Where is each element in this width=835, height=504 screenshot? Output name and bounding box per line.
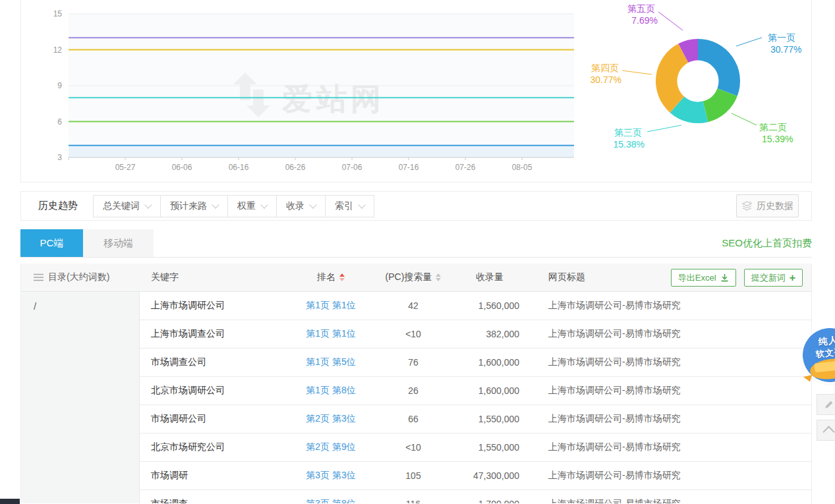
- search-volume-cell: 42: [367, 300, 459, 311]
- rank-link[interactable]: 第3页 第8位: [306, 498, 355, 503]
- svg-text:第四页: 第四页: [591, 63, 619, 73]
- svg-text:15.38%: 15.38%: [614, 139, 645, 150]
- table-row: 上海市场调研公司第1页 第1位421,560,000上海市场调研公司-易博市场研…: [140, 292, 811, 320]
- tab-mobile[interactable]: 移动端: [83, 229, 154, 257]
- svg-text:9: 9: [57, 81, 62, 90]
- table-row: 北京市场调研公司第1页 第8位261,600,000上海市场调研公司-易博市场研…: [140, 377, 811, 405]
- svg-text:第一页: 第一页: [768, 32, 795, 43]
- included-cell: 1,550,000: [459, 414, 522, 424]
- search-volume-cell: 116: [367, 499, 459, 503]
- sidebar-header-label: 目录(大约词数): [48, 271, 109, 283]
- filter-button-1[interactable]: 总关键词: [93, 195, 161, 217]
- table-row: 市场调研公司第2页 第3位661,550,000上海市场调研公司-易博市场研究: [140, 405, 811, 434]
- sort-rank-icon[interactable]: [339, 273, 345, 281]
- svg-text:爱站网: 爱站网: [281, 82, 385, 116]
- export-excel-button[interactable]: 导出Excel: [671, 269, 736, 287]
- column-header-rank: 排名: [295, 271, 367, 283]
- page-title-cell: 上海市场调研公司-易博市场研究: [522, 300, 811, 312]
- page-title-cell: 上海市场调研公司-易博市场研究: [522, 356, 811, 368]
- seo-dashboard-page: 3691215爱站网05-2706-0606-1606-2607-0607-16…: [0, 0, 835, 504]
- table-row: 市场调查公司第1页 第5位761,600,000上海市场调研公司-易博市场研究: [140, 349, 811, 377]
- table-row: 市场调查第3页 第8位1161,700,000上海市场调研公司-易博市场研究: [140, 490, 811, 503]
- filter-button-3[interactable]: 权重: [227, 195, 277, 217]
- history-data-button[interactable]: 历史数据: [736, 194, 799, 217]
- table-row: 上海市场调查公司第1页 第1位<10382,000上海市场调研公司-易博市场研究: [140, 320, 811, 349]
- table-rows: 上海市场调研公司第1页 第1位421,560,000上海市场调研公司-易博市场研…: [140, 292, 811, 503]
- rank-link[interactable]: 第2页 第3位: [306, 413, 355, 425]
- trend-line-and-donut-chart: 3691215爱站网05-2706-0606-1606-2607-0607-16…: [21, 0, 811, 181]
- filter-button-label: 权重: [237, 200, 256, 212]
- included-cell: 382,000: [459, 329, 522, 339]
- rank-cell: 第1页 第1位: [295, 328, 367, 340]
- table-actions: 导出Excel 提交新词 +: [671, 264, 803, 292]
- history-chart-card: 3691215爱站网05-2706-0606-1606-2607-0607-16…: [20, 0, 812, 182]
- filter-button-label: 索引: [335, 200, 353, 212]
- chevron-down-icon: [212, 201, 219, 208]
- included-cell: 1,560,000: [459, 300, 522, 311]
- table-row: 北京市场研究公司第2页 第9位<101,550,000上海市场调研公司-易博市场…: [140, 434, 811, 462]
- back-to-top-button[interactable]: [817, 420, 835, 441]
- svg-text:6: 6: [57, 117, 62, 126]
- chevron-down-icon: [260, 201, 268, 208]
- feedback-pencil-button[interactable]: [817, 394, 835, 415]
- directory-sidebar: /: [21, 292, 140, 503]
- table-row: 市场调研第3页 第3位10547,300,000上海市场调研公司-易博市场研究: [140, 462, 811, 490]
- column-header-search-volume: (PC)搜索量: [367, 271, 459, 283]
- keyword-cell: 北京市场研究公司: [140, 441, 295, 453]
- rank-link[interactable]: 第2页 第9位: [306, 441, 355, 453]
- filter-button-4[interactable]: 收录: [276, 195, 326, 217]
- rank-link[interactable]: 第1页 第8位: [306, 385, 355, 397]
- svg-text:3: 3: [57, 153, 62, 162]
- rank-cell: 第1页 第1位: [295, 300, 367, 312]
- history-trend-label: 历史趋势: [38, 200, 78, 212]
- svg-text:07-06: 07-06: [342, 163, 362, 172]
- svg-text:07-26: 07-26: [455, 163, 476, 172]
- included-cell: 1,600,000: [459, 385, 522, 396]
- submit-keywords-label: 提交新词: [751, 272, 786, 284]
- chevron-down-icon: [309, 201, 316, 208]
- included-cell: 1,600,000: [459, 357, 522, 368]
- layers-icon: [741, 201, 753, 211]
- keyword-cell: 市场调查: [140, 498, 295, 503]
- keyword-table-card: 目录(大约词数) 关键字 排名 (PC)搜索量 收录量 网页标题 导出Excel: [20, 264, 812, 504]
- search-volume-cell: <10: [367, 329, 459, 339]
- svg-text:7.69%: 7.69%: [631, 15, 658, 26]
- svg-text:08-05: 08-05: [512, 163, 533, 172]
- included-cell: 47,300,000: [459, 470, 522, 481]
- rank-header-label: 排名: [317, 271, 335, 283]
- export-excel-label: 导出Excel: [678, 272, 716, 284]
- filter-button-label: 预计来路: [170, 200, 207, 212]
- filter-button-2[interactable]: 预计来路: [160, 195, 228, 217]
- search-volume-cell: 26: [367, 385, 459, 396]
- rank-link[interactable]: 第1页 第1位: [306, 300, 355, 312]
- seo-promo-link[interactable]: SEO优化上首页扣费: [722, 237, 812, 250]
- rank-cell: 第3页 第8位: [295, 498, 367, 503]
- rank-cell: 第2页 第3位: [295, 413, 367, 425]
- svg-text:06-16: 06-16: [229, 163, 249, 172]
- keyword-cell: 上海市场调查公司: [140, 328, 295, 340]
- rank-link[interactable]: 第3页 第3位: [306, 470, 355, 482]
- rank-link[interactable]: 第1页 第5位: [306, 356, 355, 368]
- search-volume-header-label: (PC)搜索量: [386, 271, 432, 283]
- svg-text:05-27: 05-27: [115, 163, 136, 172]
- tab-pc[interactable]: PC端: [20, 229, 83, 257]
- chevron-up-icon: [822, 426, 834, 437]
- included-cell: 1,550,000: [459, 442, 522, 453]
- chevron-down-icon: [358, 201, 365, 208]
- column-header-keyword: 关键字: [140, 271, 295, 283]
- table-body: / 上海市场调研公司第1页 第1位421,560,000上海市场调研公司-易博市…: [21, 292, 811, 503]
- rank-cell: 第1页 第5位: [295, 356, 367, 368]
- svg-text:15.39%: 15.39%: [762, 134, 793, 144]
- search-volume-cell: 105: [367, 470, 459, 481]
- sort-search-volume-icon[interactable]: [436, 273, 441, 281]
- rank-link[interactable]: 第1页 第1位: [306, 328, 355, 340]
- svg-text:06-26: 06-26: [285, 163, 306, 172]
- filter-button-5[interactable]: 索引: [325, 195, 374, 217]
- column-header-included: 收录量: [459, 271, 522, 283]
- search-volume-cell: 66: [367, 414, 459, 424]
- history-trend-bar: 历史趋势 总关键词预计来路权重收录索引 历史数据: [20, 191, 812, 221]
- rank-cell: 第3页 第3位: [295, 470, 367, 482]
- svg-text:06-06: 06-06: [172, 163, 192, 172]
- submit-keywords-button[interactable]: 提交新词 +: [744, 269, 803, 287]
- sidebar-item-root[interactable]: /: [21, 292, 139, 312]
